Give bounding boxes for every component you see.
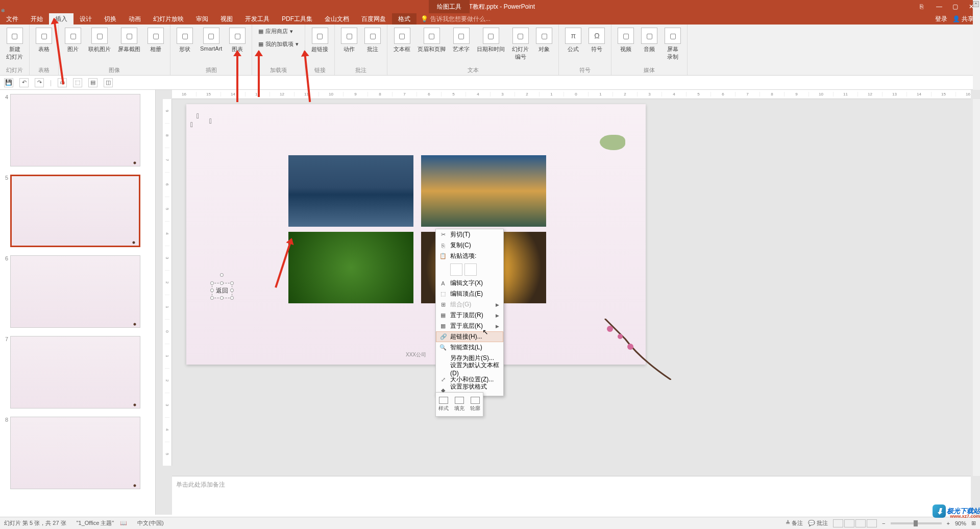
reading-view-button[interactable] — [855, 519, 866, 527]
selected-textbox[interactable]: 返回 — [212, 283, 232, 298]
slide-thumbnails-panel[interactable]: 4✱5✱6✱7✱8✱^ — [0, 90, 156, 515]
textbox-button[interactable]: ▢文本框 — [390, 27, 413, 62]
qat-btn-7[interactable]: ◫ — [104, 78, 113, 87]
tab-pdf-tools[interactable]: PDF工具集 — [276, 13, 318, 25]
share-button[interactable]: 👤 共享 — [952, 15, 974, 23]
svg-point-2 — [627, 344, 633, 350]
context-menu-item[interactable]: A编辑文字(X) — [436, 278, 503, 288]
fill-button[interactable]: 填充 — [452, 393, 468, 416]
zoom-level[interactable]: 90% — [955, 520, 966, 526]
zoom-slider[interactable] — [891, 522, 942, 524]
audio-button[interactable]: ▢音频 — [638, 27, 660, 62]
my-addins-icon[interactable]: ▦我的加载项 ▾ — [255, 39, 302, 49]
context-menu-item[interactable]: ✂剪切(T) — [436, 229, 503, 240]
notes-toggle[interactable]: ≜ 备注 — [786, 519, 803, 527]
slide-thumbnail[interactable]: 8✱ — [2, 417, 153, 489]
tab-view[interactable]: 视图 — [214, 13, 239, 25]
album-button[interactable]: ▢相册 — [144, 27, 167, 54]
wordart-button[interactable]: ▢艺术字 — [450, 27, 473, 62]
tab-insert[interactable]: 插入 — [49, 13, 74, 25]
slide-thumbnail[interactable]: 4✱ — [2, 94, 153, 166]
comment-button[interactable]: ▢批注 — [361, 27, 384, 54]
tab-review[interactable]: 审阅 — [190, 13, 214, 25]
slide-thumbnail[interactable]: 7✱ — [2, 336, 153, 408]
tab-file[interactable]: 文件 — [0, 13, 24, 25]
context-menu-item[interactable]: 🔗超链接(H)... — [436, 331, 503, 342]
spellcheck-icon[interactable]: 📖 — [120, 520, 127, 526]
minimize-button[interactable]: — — [936, 3, 943, 10]
screen-rec-button[interactable]: ▢屏幕录制 — [662, 27, 684, 62]
context-menu-item[interactable]: 设置为默认文本框(D) — [436, 364, 503, 374]
zoom-out-button[interactable]: − — [882, 520, 885, 526]
equation-icon: π — [565, 28, 581, 44]
online-picture-button[interactable]: ▢联机图片 — [85, 27, 114, 54]
slide-image-mountain[interactable] — [288, 155, 413, 227]
maximize-button[interactable]: ▢ — [952, 3, 960, 10]
ppt-options-icon[interactable]: ⎘ — [920, 3, 927, 10]
slide-image-lake[interactable] — [421, 155, 546, 227]
context-menu-item[interactable]: ⬚编辑顶点(E) — [436, 288, 503, 299]
tell-me-search[interactable]: 💡告诉我您想要做什么... — [416, 13, 935, 25]
redo-button[interactable]: ↷ — [35, 78, 44, 87]
slide-image-leaf[interactable] — [288, 232, 413, 303]
tab-home[interactable]: 开始 — [24, 13, 49, 25]
shapes-button[interactable]: ▢形状 — [174, 27, 196, 54]
action-button[interactable]: ▢动作 — [338, 27, 360, 54]
qat-btn-6[interactable]: ▤ — [88, 78, 97, 87]
chart-button[interactable]: ▢图表 — [226, 27, 249, 54]
context-menu-item[interactable]: ▩置于底层(K)▶ — [436, 321, 503, 331]
video-button[interactable]: ▢视频 — [615, 27, 637, 62]
object-button[interactable]: ▢对象 — [533, 27, 555, 62]
tab-transitions[interactable]: 切换 — [98, 13, 122, 25]
save-button[interactable]: 💾 — [4, 78, 13, 87]
smartart-button[interactable]: ▢SmartArt — [197, 27, 225, 54]
sorter-view-button[interactable] — [844, 519, 854, 527]
style-button[interactable]: 样式 — [436, 393, 452, 416]
tab-design[interactable]: 设计 — [74, 13, 98, 25]
normal-view-button[interactable] — [833, 519, 843, 527]
tab-baidu[interactable]: 百度网盘 — [355, 13, 392, 25]
paste-option-button[interactable] — [464, 263, 477, 276]
comments-toggle[interactable]: 💬 批注 — [808, 519, 828, 527]
ribbon-group: ▢视频▢音频▢屏幕录制媒体 — [611, 25, 688, 75]
slide-editor[interactable]: 1615141312111098765432101234567891011121… — [156, 90, 980, 515]
hyperlink-button[interactable]: ▢超链接 — [308, 27, 331, 54]
undo-button[interactable]: ↶ — [19, 78, 29, 87]
ctx-icon: ▩ — [439, 322, 447, 330]
album-icon: ▢ — [148, 28, 164, 44]
context-menu-item[interactable]: ⎘复制(C) — [436, 240, 503, 251]
slide-thumbnail[interactable]: 5✱ — [2, 175, 153, 247]
equation-button[interactable]: π公式 — [562, 27, 584, 54]
slide-number-button[interactable]: ▢幻灯片编号 — [509, 27, 532, 62]
login-link[interactable]: 登录 — [935, 15, 947, 23]
header-footer-button[interactable]: ▢页眉和页脚 — [414, 27, 449, 62]
tab-developer[interactable]: 开发工具 — [239, 13, 276, 25]
store-icon[interactable]: ▦应用商店 ▾ — [255, 27, 302, 36]
picture-button[interactable]: ▢图片 — [62, 27, 84, 54]
outline-button[interactable]: 轮廓 — [467, 393, 483, 416]
language-status[interactable]: 中文(中国) — [137, 519, 163, 527]
context-menu-item[interactable]: ▦置于顶层(R)▶ — [436, 310, 503, 321]
qat-btn-4[interactable]: ▭ — [58, 78, 67, 87]
ctx-icon: ✂ — [439, 231, 447, 239]
datetime-button[interactable]: ▢日期和时间 — [474, 27, 508, 62]
fit-window-button[interactable]: ⊞ — [971, 520, 976, 526]
table-button[interactable]: ▢表格 — [33, 27, 55, 54]
zoom-in-button[interactable]: + — [947, 520, 950, 526]
current-slide[interactable]: 𓅮 𓅮 𓅮 XXX公司 返回 — [186, 104, 646, 365]
context-menu-item[interactable]: 📋粘贴选项: — [436, 251, 503, 261]
symbol-button[interactable]: Ω符号 — [585, 27, 608, 54]
notes-panel[interactable]: 单击此处添加备注 — [172, 476, 971, 515]
screenshot-button[interactable]: ▢屏幕截图 — [115, 27, 143, 54]
paste-option-button[interactable] — [450, 263, 462, 276]
new-slide-button[interactable]: ▢新建幻灯片 — [3, 27, 26, 62]
context-menu-item[interactable]: 🔍智能查找(L) — [436, 342, 503, 353]
tab-format[interactable]: 格式 — [392, 13, 416, 25]
tab-slideshow[interactable]: 幻灯片放映 — [147, 13, 190, 25]
slideshow-view-button[interactable] — [867, 519, 877, 527]
tab-animations[interactable]: 动画 — [122, 13, 147, 25]
slide-thumbnail[interactable]: 6✱ — [2, 255, 153, 328]
qat-btn-5[interactable]: ⬚ — [73, 78, 82, 87]
editor-scrollbar[interactable] — [973, 99, 980, 476]
tab-wps-docs[interactable]: 金山文档 — [318, 13, 355, 25]
